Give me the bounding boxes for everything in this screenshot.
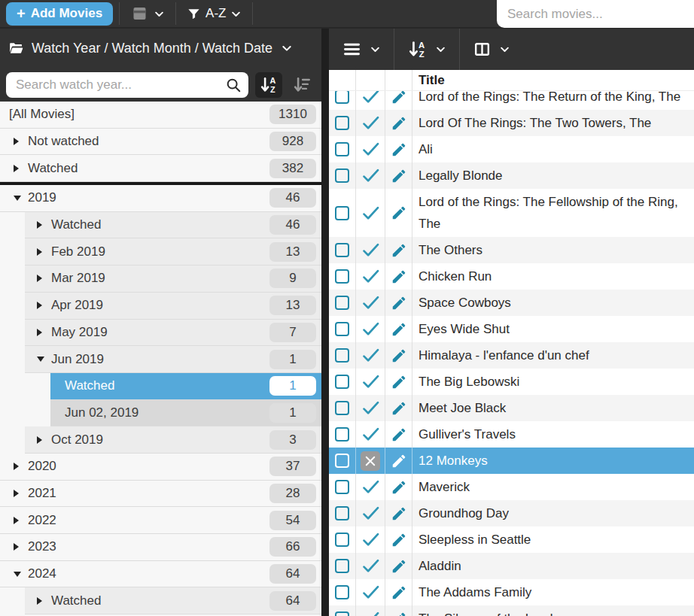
row-checkbox[interactable] xyxy=(335,611,349,616)
edit-pencil-icon[interactable] xyxy=(391,269,407,285)
row-title-cell[interactable]: Ali xyxy=(412,136,694,162)
table-row[interactable]: Aladdin xyxy=(329,553,694,579)
tree-expand-toggle[interactable] xyxy=(9,490,28,497)
row-title-cell[interactable]: Meet Joe Black xyxy=(412,395,694,421)
search-watch-year-input[interactable] xyxy=(6,72,248,98)
edit-pencil-icon[interactable] xyxy=(391,532,407,548)
row-title-cell[interactable]: 12 Monkeys xyxy=(412,448,694,474)
watched-check-icon[interactable] xyxy=(361,372,381,392)
row-title-cell[interactable]: The Addams Family xyxy=(412,579,694,605)
tree-row[interactable]: 2020 37 xyxy=(0,454,321,481)
tree-row[interactable]: Mar 2019 9 xyxy=(0,266,321,293)
row-title-cell[interactable]: Legally Blonde xyxy=(412,162,694,189)
table-row[interactable]: Chicken Run xyxy=(329,263,694,290)
tree-row[interactable]: May 2019 7 xyxy=(0,320,321,347)
row-checkbox[interactable] xyxy=(335,454,349,468)
table-row[interactable]: The Big Lebowski xyxy=(329,369,694,395)
row-checkbox[interactable] xyxy=(335,90,349,104)
tree-row[interactable]: 2023 66 xyxy=(0,534,321,561)
tree-row[interactable]: Oct 2019 3 xyxy=(0,426,321,454)
row-checkbox[interactable] xyxy=(335,322,349,336)
watched-check-icon[interactable] xyxy=(361,203,381,223)
table-row[interactable]: The Others xyxy=(329,237,694,263)
search-movies-input[interactable] xyxy=(497,0,694,28)
header-title-column[interactable]: Title xyxy=(412,70,694,90)
watched-check-icon[interactable] xyxy=(361,424,381,445)
row-title-cell[interactable]: The Big Lebowski xyxy=(412,369,694,395)
row-title-cell[interactable]: Space Cowboys xyxy=(412,290,694,316)
tree-row[interactable]: 2022 54 xyxy=(0,507,321,534)
tree-row[interactable]: Jun 2019 1 xyxy=(0,346,321,373)
table-row[interactable]: Lord of the Rings: The Fellowship of the… xyxy=(329,189,694,237)
tree-expand-toggle[interactable] xyxy=(32,221,51,229)
filter-menu-button[interactable]: A-Z xyxy=(178,0,251,27)
watched-check-icon[interactable] xyxy=(361,608,381,616)
tree-row[interactable]: Apr 2019 13 xyxy=(0,293,321,320)
row-title-cell[interactable]: Lord Of The Rings: The Two Towers, The xyxy=(412,110,694,136)
tree-expand-toggle[interactable] xyxy=(9,517,28,524)
row-checkbox[interactable] xyxy=(335,533,349,547)
tree-expand-toggle[interactable] xyxy=(32,597,51,605)
row-title-cell[interactable]: Sleepless in Seattle xyxy=(412,526,694,553)
tree-row[interactable]: 2024 64 xyxy=(0,561,321,588)
edit-pencil-icon[interactable] xyxy=(391,115,407,132)
row-title-cell[interactable]: The Others xyxy=(412,237,694,263)
watched-check-icon[interactable] xyxy=(361,398,381,418)
row-checkbox[interactable] xyxy=(335,296,349,310)
list-menu-button[interactable] xyxy=(329,29,394,70)
table-row[interactable]: 12 Monkeys xyxy=(329,448,694,474)
tree-expand-toggle[interactable] xyxy=(9,543,28,551)
tree-expand-toggle[interactable] xyxy=(32,248,51,256)
row-title-cell[interactable]: Lord of the Rings: The Fellowship of the… xyxy=(412,189,694,237)
tree-expand-toggle[interactable] xyxy=(32,275,51,282)
library-menu-button[interactable] xyxy=(121,0,174,27)
edit-pencil-icon[interactable] xyxy=(391,400,407,417)
row-title-cell[interactable]: Groundhog Day xyxy=(412,500,694,526)
tree-expand-toggle[interactable] xyxy=(9,165,28,172)
edit-pencil-icon[interactable] xyxy=(391,611,407,616)
row-checkbox[interactable] xyxy=(335,168,349,183)
row-checkbox[interactable] xyxy=(335,480,349,494)
row-checkbox[interactable] xyxy=(335,401,349,415)
watched-check-icon[interactable] xyxy=(361,503,381,523)
row-title-cell[interactable]: Gulliver's Travels xyxy=(412,421,694,448)
columns-button[interactable] xyxy=(460,29,523,70)
tree-row[interactable]: 2021 28 xyxy=(0,481,321,508)
tree-row[interactable]: [All Movies] 1310 xyxy=(0,102,321,129)
row-checkbox[interactable] xyxy=(335,375,349,389)
edit-pencil-icon[interactable] xyxy=(391,426,407,443)
row-checkbox[interactable] xyxy=(335,116,349,130)
table-row[interactable]: Eyes Wide Shut xyxy=(329,316,694,342)
watched-check-icon[interactable] xyxy=(361,240,381,260)
row-title-cell[interactable]: Eyes Wide Shut xyxy=(412,316,694,342)
watched-check-icon[interactable] xyxy=(361,293,381,313)
add-movies-button[interactable]: + Add Movies xyxy=(6,2,113,26)
tree-expand-toggle[interactable] xyxy=(32,329,51,336)
table-row[interactable]: Lord Of The Rings: The Two Towers, The xyxy=(329,110,694,136)
tree-expand-toggle[interactable] xyxy=(9,572,28,577)
tree-row[interactable]: Watched 1 xyxy=(0,373,321,400)
row-title-cell[interactable]: Maverick xyxy=(412,474,694,500)
edit-pencil-icon[interactable] xyxy=(391,141,407,158)
tree-row[interactable]: 2019 46 xyxy=(0,185,321,212)
table-row[interactable]: Maverick xyxy=(329,474,694,500)
grouping-breadcrumb-dropdown[interactable]: Watch Year / Watch Month / Watch Date xyxy=(0,29,321,68)
list-sort-button[interactable]: A Z xyxy=(394,29,459,70)
table-row[interactable]: The Addams Family xyxy=(329,579,694,605)
tree-expand-toggle[interactable] xyxy=(9,463,28,470)
row-checkbox[interactable] xyxy=(335,348,349,363)
table-row[interactable]: Ali xyxy=(329,136,694,162)
row-checkbox[interactable] xyxy=(335,427,349,442)
edit-pencil-icon[interactable] xyxy=(391,479,407,496)
row-checkbox[interactable] xyxy=(335,206,349,220)
row-checkbox[interactable] xyxy=(335,142,349,156)
tree-row[interactable]: Jun 02, 2019 1 xyxy=(0,400,321,427)
edit-pencil-icon[interactable] xyxy=(391,505,407,522)
watched-check-icon[interactable] xyxy=(361,319,381,339)
edit-pencil-icon[interactable] xyxy=(391,558,407,575)
table-row[interactable]: Legally Blonde xyxy=(329,162,694,189)
row-checkbox[interactable] xyxy=(335,506,349,520)
sort-alphabetical-button[interactable]: A Z xyxy=(255,72,282,98)
edit-pencil-icon[interactable] xyxy=(391,374,407,390)
row-checkbox[interactable] xyxy=(335,559,349,573)
